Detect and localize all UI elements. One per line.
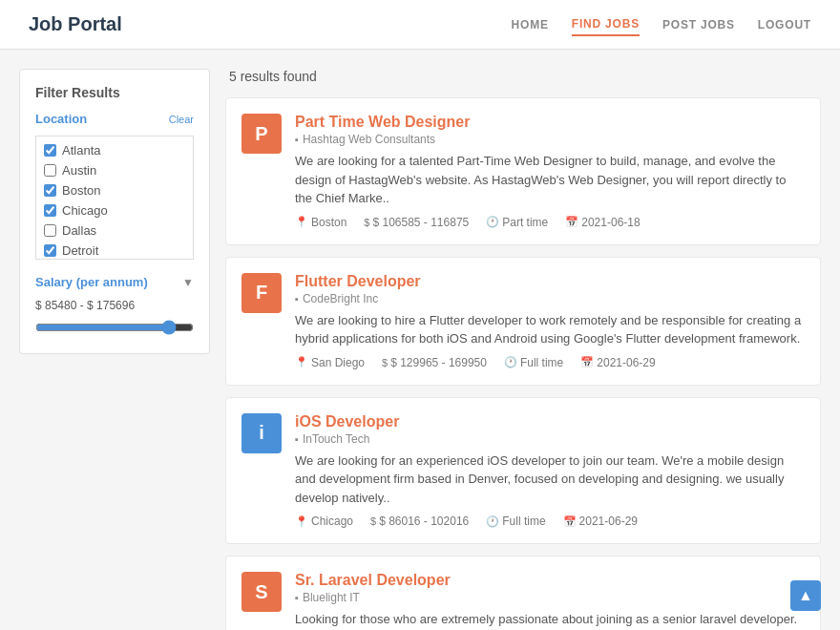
salary-filter: Salary (per annum) ▼ $ 85480 - $ 175696	[35, 275, 194, 338]
job-avatar: F	[242, 273, 282, 313]
location-checkbox-dallas[interactable]	[44, 224, 56, 237]
job-company: ▪ InTouch Tech	[295, 432, 805, 446]
location-checkbox-atlanta[interactable]	[44, 144, 56, 157]
job-title[interactable]: iOS Developer	[295, 413, 805, 430]
job-meta: 📍 Boston $ $ 106585 - 116875 🕐 Part time…	[295, 216, 805, 229]
nav-post-jobs[interactable]: POST JOBS	[662, 14, 735, 35]
job-company: ▪ CodeBright Inc	[295, 292, 805, 305]
job-company: ▪ Bluelight IT	[295, 591, 805, 604]
location-label-chicago: Chicago	[62, 203, 108, 218]
job-listings: 5 results found P Part Time Web Designer…	[225, 69, 821, 630]
location-icon: 📍	[295, 356, 308, 368]
job-location: 📍 San Diego	[295, 356, 365, 369]
job-card: S Sr. Laravel Developer ▪ Bluelight IT L…	[225, 556, 821, 630]
nav-find-jobs[interactable]: FIND JOBS	[572, 13, 640, 36]
job-type: 🕐 Full time	[504, 356, 563, 369]
main-nav: HOME FIND JOBS POST JOBS LOGOUT	[512, 13, 811, 36]
job-date: 📅 2021-06-29	[563, 514, 638, 528]
salary-icon: $	[382, 357, 388, 368]
location-checkbox-detroit[interactable]	[44, 244, 56, 257]
location-icon: 📍	[295, 515, 308, 528]
results-count: 5 results found	[225, 69, 821, 84]
job-description: We are looking for an experienced iOS de…	[295, 452, 805, 508]
list-item: Atlanta	[36, 140, 193, 160]
job-info: iOS Developer ▪ InTouch Tech We are look…	[295, 413, 805, 529]
salary-icon: $	[364, 217, 369, 228]
filter-title: Filter Results	[35, 85, 194, 100]
job-type: 🕐 Part time	[486, 216, 548, 229]
clock-icon: 🕐	[486, 216, 499, 228]
list-item: Boston	[36, 180, 193, 200]
location-label-detroit: Detroit	[62, 243, 98, 258]
location-checkbox-boston[interactable]	[44, 184, 56, 197]
salary-label: Salary (per annum)	[35, 275, 148, 289]
location-filter-header: Location Clear	[35, 112, 194, 126]
job-company: ▪ Hashtag Web Consultants	[295, 133, 805, 146]
list-item: Dallas	[36, 220, 193, 241]
job-salary: $ $ 129965 - 169950	[382, 356, 487, 369]
calendar-icon: 📅	[565, 216, 578, 228]
list-item: Austin	[36, 160, 193, 180]
job-avatar: S	[242, 572, 282, 612]
chevron-down-icon: ▼	[182, 276, 194, 289]
building-icon: ▪	[295, 293, 299, 304]
job-description: We are looking to hire a Flutter develop…	[295, 311, 805, 348]
job-card: i iOS Developer ▪ InTouch Tech We are lo…	[225, 397, 821, 545]
job-description: We are looking for a talented Part-Time …	[295, 152, 805, 208]
app-header: Job Portal HOME FIND JOBS POST JOBS LOGO…	[0, 0, 840, 50]
location-label-boston: Boston	[62, 183, 100, 198]
job-avatar: P	[242, 114, 282, 154]
calendar-icon: 📅	[563, 515, 577, 528]
location-label: Location	[35, 112, 87, 126]
job-type: 🕐 Full time	[486, 514, 545, 528]
job-location: 📍 Boston	[295, 216, 346, 229]
arrow-up-icon: ▲	[798, 587, 813, 604]
salary-range-value: $ 85480 - $ 175696	[35, 299, 194, 312]
job-location: 📍 Chicago	[295, 514, 353, 528]
salary-filter-header[interactable]: Salary (per annum) ▼	[35, 275, 194, 289]
salary-icon: $	[370, 515, 376, 527]
job-title[interactable]: Part Time Web Designer	[295, 114, 805, 131]
location-label-dallas: Dallas	[62, 223, 96, 238]
calendar-icon: 📅	[580, 356, 594, 368]
building-icon: ▪	[295, 134, 299, 145]
job-title[interactable]: Flutter Developer	[295, 273, 805, 290]
job-meta: 📍 San Diego $ $ 129965 - 169950 🕐 Full t…	[295, 356, 805, 369]
job-meta: 📍 Chicago $ $ 86016 - 102016 🕐 Full time…	[295, 514, 805, 528]
location-checkbox-austin[interactable]	[44, 164, 56, 177]
main-layout: Filter Results Location Clear Atlanta Au…	[0, 50, 840, 630]
building-icon: ▪	[295, 592, 299, 603]
job-info: Flutter Developer ▪ CodeBright Inc We ar…	[295, 273, 805, 369]
job-description: Looking for those who are extremely pass…	[295, 610, 805, 629]
job-card: F Flutter Developer ▪ CodeBright Inc We …	[225, 257, 821, 386]
job-salary: $ $ 86016 - 102016	[370, 514, 469, 528]
salary-slider[interactable]	[35, 320, 194, 335]
job-avatar: i	[242, 413, 282, 453]
job-title[interactable]: Sr. Laravel Developer	[295, 572, 805, 589]
job-card: P Part Time Web Designer ▪ Hashtag Web C…	[225, 97, 821, 245]
building-icon: ▪	[295, 433, 299, 445]
location-checkbox-chicago[interactable]	[44, 204, 56, 217]
nav-home[interactable]: HOME	[512, 14, 549, 35]
filter-sidebar: Filter Results Location Clear Atlanta Au…	[19, 69, 210, 354]
nav-logout[interactable]: LOGOUT	[758, 14, 811, 35]
app-logo: Job Portal	[29, 13, 122, 35]
scroll-top-button[interactable]: ▲	[790, 580, 821, 611]
job-salary: $ $ 106585 - 116875	[364, 216, 469, 229]
clock-icon: 🕐	[504, 356, 517, 368]
location-label-atlanta: Atlanta	[62, 143, 100, 158]
job-info: Part Time Web Designer ▪ Hashtag Web Con…	[295, 114, 805, 229]
location-icon: 📍	[295, 216, 308, 228]
job-date: 📅 2021-06-29	[580, 356, 655, 369]
list-item: Chicago	[36, 200, 193, 220]
clock-icon: 🕐	[486, 515, 499, 528]
clear-location-link[interactable]: Clear	[169, 114, 194, 125]
list-item: Detroit	[36, 241, 193, 260]
location-list: Atlanta Austin Boston Chicago Dallas Det…	[35, 136, 194, 260]
job-date: 📅 2021-06-18	[565, 216, 640, 229]
location-label-austin: Austin	[62, 163, 96, 178]
job-info: Sr. Laravel Developer ▪ Bluelight IT Loo…	[295, 572, 805, 630]
